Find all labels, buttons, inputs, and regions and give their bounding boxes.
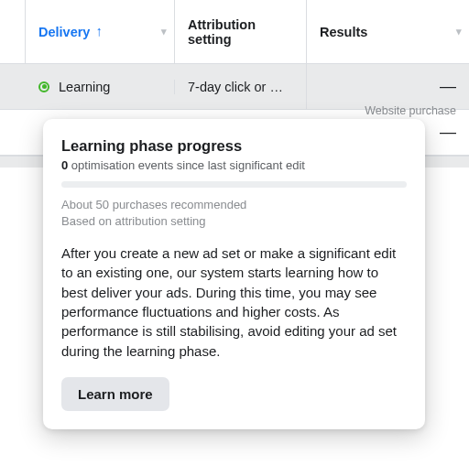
header-delivery[interactable]: Delivery ↑ ▾ [26, 0, 175, 63]
tooltip-hint: About 50 purchases recommended Based on … [61, 197, 407, 229]
header-results[interactable]: Results ▾ [307, 0, 469, 63]
header-attribution[interactable]: Attribution setting [175, 0, 307, 63]
status-learning-icon [38, 81, 49, 92]
cell-attribution: 7-day click or … [175, 64, 307, 110]
tooltip-body: After you create a new ad set or make a … [61, 243, 407, 361]
hint-line-2: Based on attribution setting [61, 214, 206, 228]
cell-results: — Website purchase [307, 77, 469, 96]
results-value: — [440, 77, 456, 96]
table-header-row: Delivery ↑ ▾ Attribution setting Results… [0, 0, 469, 64]
results-sub-label: Website purchase [365, 104, 456, 117]
tooltip-subtitle: 0 optimisation events since last signifi… [61, 158, 407, 172]
header-results-label: Results [320, 25, 367, 39]
tooltip-title: Learning phase progress [61, 137, 407, 155]
chevron-down-icon[interactable]: ▾ [161, 26, 167, 38]
results-value: — [440, 123, 456, 142]
learn-more-button[interactable]: Learn more [61, 377, 169, 411]
header-delivery-label: Delivery [38, 25, 90, 39]
hint-line-1: About 50 purchases recommended [61, 198, 246, 211]
header-spacer [0, 0, 26, 63]
learning-phase-tooltip: Learning phase progress 0 optimisation e… [43, 119, 425, 429]
progress-bar [61, 181, 407, 188]
chevron-down-icon[interactable]: ▾ [456, 26, 462, 38]
cell-delivery[interactable]: Learning [26, 80, 175, 94]
events-text: optimisation events since last significa… [68, 158, 305, 172]
table-row[interactable]: Learning 7-day click or … — Website purc… [0, 64, 469, 110]
sort-ascending-icon: ↑ [95, 23, 103, 38]
delivery-status-text: Learning [59, 80, 110, 94]
header-attribution-label: Attribution setting [188, 17, 293, 47]
